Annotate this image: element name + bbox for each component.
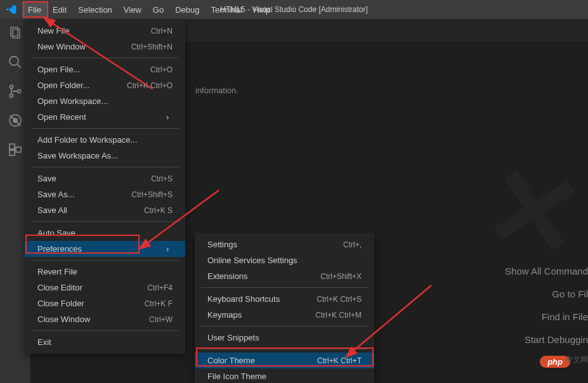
menu-item-label: Open Folder...	[37, 81, 89, 90]
file-menu-item[interactable]: New FileCtrl+N	[25, 23, 185, 39]
instruction-line: Find in File	[505, 306, 588, 328]
menu-item-shortcut: Ctrl+O	[150, 65, 173, 74]
menu-item-shortcut: Ctrl+N	[151, 27, 173, 36]
file-menu-item[interactable]: Open Recent›	[25, 109, 185, 125]
preferences-submenu: SettingsCtrl+,Online Services SettingsEx…	[195, 233, 374, 383]
menu-separator	[31, 221, 179, 222]
file-menu-item[interactable]: Preferences›	[25, 241, 185, 257]
menu-item-label: Open Workspace...	[37, 96, 108, 106]
menu-item-label: Auto Save	[37, 228, 75, 238]
menu-item-label: Save As...	[37, 190, 75, 199]
menu-item-label: Online Services Settings	[207, 256, 297, 265]
menu-item-shortcut: Ctrl+K Ctrl+T	[317, 356, 362, 365]
svg-point-2	[10, 56, 18, 65]
menu-item-label: Revert File	[37, 267, 77, 276]
file-menu-item[interactable]: New WindowCtrl+Shift+N	[25, 39, 185, 55]
source-control-icon[interactable]	[8, 84, 23, 99]
menu-separator	[31, 260, 179, 261]
menu-separator	[201, 349, 368, 349]
menu-item-label: Save Workspace As...	[37, 151, 118, 160]
menu-item-shortcut: Ctrl+W	[149, 315, 173, 324]
menu-item-label: New File	[37, 26, 70, 36]
file-menu-item[interactable]: Open Workspace...	[25, 93, 185, 109]
pref-menu-item[interactable]: Color ThemeCtrl+K Ctrl+T	[195, 353, 374, 368]
svg-rect-9	[10, 150, 15, 155]
menu-item-label: Close Folder	[37, 299, 84, 308]
menu-item-label: Open File...	[37, 65, 80, 74]
menu-item-shortcut: Ctrl+K Ctrl+M	[315, 311, 362, 320]
svg-point-5	[18, 90, 21, 93]
explorer-icon[interactable]	[8, 25, 23, 41]
file-menu-dropdown: New FileCtrl+NNew WindowCtrl+Shift+NOpen…	[25, 19, 185, 354]
file-menu-item[interactable]: Open File...Ctrl+O	[25, 62, 185, 77]
menu-item-shortcut: Ctrl+K Ctrl+O	[127, 81, 173, 90]
window-title: HTML5 - Visual Studio Code [Administrato…	[220, 5, 368, 14]
menu-item-label: Keymaps	[207, 310, 242, 320]
chevron-right-icon: ›	[166, 112, 173, 122]
menubar-item-selection[interactable]: Selection	[72, 1, 117, 18]
menu-item-label: File Icon Theme	[207, 372, 266, 381]
file-menu-item[interactable]: Close WindowCtrl+W	[25, 311, 185, 327]
instruction-line: Show All Command	[505, 260, 588, 283]
chevron-right-icon: ›	[166, 244, 173, 254]
menu-item-label: Save All	[37, 205, 67, 215]
svg-rect-10	[16, 147, 21, 152]
pref-menu-item[interactable]: Online Services Settings	[195, 252, 374, 268]
menu-item-label: Preferences	[37, 244, 82, 254]
pref-menu-item[interactable]: ExtensionsCtrl+Shift+X	[195, 268, 374, 284]
file-menu-item[interactable]: Auto Save	[25, 225, 185, 241]
menu-item-label: Close Editor	[37, 283, 82, 292]
menu-item-label: Open Recent	[37, 112, 86, 122]
file-menu-item[interactable]: Close FolderCtrl+K F	[25, 295, 185, 311]
pref-menu-item[interactable]: Keyboard ShortcutsCtrl+K Ctrl+S	[195, 291, 374, 307]
menu-separator	[31, 167, 179, 167]
svg-point-4	[10, 94, 13, 98]
svg-rect-0	[11, 27, 18, 36]
menubar-item-view[interactable]: View	[118, 1, 147, 18]
file-menu-item[interactable]: Save Workspace As...	[25, 148, 185, 164]
menubar-item-debug[interactable]: Debug	[169, 1, 205, 18]
keyboard-instructions: Show All CommandGo to FilFind in FileSta…	[505, 260, 588, 351]
file-menu-item[interactable]: Revert File	[25, 264, 185, 280]
file-menu-item[interactable]: Exit	[25, 334, 185, 350]
menu-separator	[31, 330, 179, 331]
menu-item-shortcut: Ctrl+Shift+S	[131, 190, 173, 199]
svg-rect-1	[13, 29, 20, 38]
menu-item-shortcut: Ctrl+K F	[145, 299, 173, 308]
extensions-icon[interactable]	[8, 142, 23, 157]
menu-item-label: Add Folder to Workspace...	[37, 135, 137, 145]
title-bar: FileEditSelectionViewGoDebugTerminalHelp…	[0, 0, 588, 19]
menu-item-label: Save	[37, 174, 56, 183]
menu-item-shortcut: Ctrl+K Ctrl+S	[317, 295, 362, 304]
svg-rect-8	[10, 144, 15, 149]
menu-separator	[201, 287, 368, 288]
file-menu-item[interactable]: Add Folder to Workspace...	[25, 132, 185, 148]
menu-item-label: Keyboard Shortcuts	[207, 294, 280, 304]
menu-separator	[31, 128, 179, 129]
pref-menu-item[interactable]: File Icon Theme	[195, 368, 374, 383]
menu-item-label: Settings	[207, 240, 237, 249]
file-menu-item[interactable]: SaveCtrl+S	[25, 171, 185, 186]
file-menu-item[interactable]: Save As...Ctrl+Shift+S	[25, 186, 185, 202]
menu-item-label: User Snippets	[207, 333, 259, 342]
file-menu-item[interactable]: Open Folder...Ctrl+K Ctrl+O	[25, 77, 185, 93]
menu-item-shortcut: Ctrl+Shift+N	[131, 42, 173, 51]
menubar-item-file[interactable]: File	[22, 1, 47, 18]
watermark-text: 中文网	[565, 354, 588, 365]
file-menu-item[interactable]: Close EditorCtrl+F4	[25, 280, 185, 295]
file-menu-item[interactable]: Save AllCtrl+K S	[25, 202, 185, 218]
vscode-logo-icon	[0, 4, 22, 15]
search-icon[interactable]	[8, 55, 23, 70]
menu-item-label: Exit	[37, 337, 51, 347]
menubar-item-edit[interactable]: Edit	[47, 1, 72, 18]
menubar-item-go[interactable]: Go	[147, 1, 169, 18]
debug-icon[interactable]	[8, 113, 23, 128]
menu-separator	[201, 326, 368, 327]
pref-menu-item[interactable]: SettingsCtrl+,	[195, 237, 374, 252]
pref-menu-item[interactable]: User Snippets	[195, 330, 374, 346]
instruction-line: Start Debuggin	[505, 328, 588, 351]
pref-menu-item[interactable]: KeymapsCtrl+K Ctrl+M	[195, 307, 374, 323]
menu-item-shortcut: Ctrl+Shift+X	[320, 272, 362, 281]
svg-point-7	[13, 119, 17, 122]
menu-item-shortcut: Ctrl+S	[151, 174, 173, 183]
